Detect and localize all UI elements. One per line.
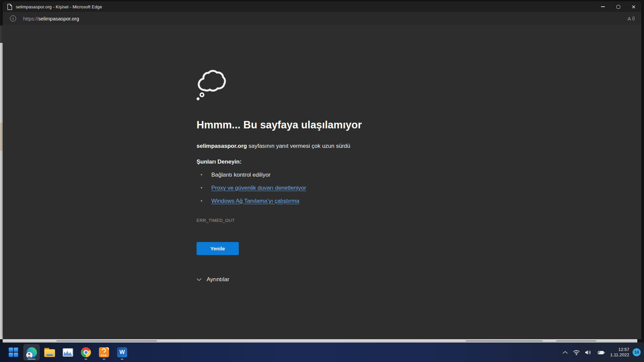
notification-badge[interactable]: 14 [633,348,641,356]
speaker-icon [585,350,592,355]
window-titlebar[interactable]: selimpasaspor.org - Kişisel - Microsoft … [3,1,641,12]
minimize-button[interactable] [595,1,610,12]
active-app-indicator [28,359,36,360]
taskbar-app-word[interactable]: W [114,344,130,360]
profile-avatar [26,352,33,358]
background-window-strip [3,339,637,343]
edge-browser-window: selimpasaspor.org - Kişisel - Microsoft … [3,1,641,339]
maximize-icon [616,5,620,9]
taskbar-app-edge[interactable] [23,344,40,360]
minimize-icon [601,6,605,7]
wifi-indicator[interactable] [571,346,582,359]
battery-charging-icon [596,350,605,355]
pdf-label: PDF [99,354,109,357]
volume-indicator[interactable] [582,346,594,359]
foxit-pdf-icon: PDF [99,347,109,357]
refresh-button[interactable]: Yenile [197,242,239,255]
suggestion-item: Bağlantı kontrol ediliyor [197,172,306,178]
file-explorer-icon [44,348,55,357]
suggestion-text: Bağlantı kontrol ediliyor [211,172,271,178]
running-app-indicator [121,359,123,360]
error-message-host: selimpasaspor.org [197,143,247,149]
details-toggle[interactable]: Ayrıntılar [197,276,229,283]
site-info-icon[interactable]: i [10,15,16,21]
url-scheme: https:// [23,16,38,21]
suggestion-item: Windows Ağ Tanılama’yı çalıştırma [197,198,306,204]
taskbar-app-foxit-pdf[interactable]: PDF [96,344,112,360]
taskbar-apps: PDF W [5,344,130,360]
suggestion-item: Proxy ve güvenlik duvarı denetleniyor [197,185,306,191]
battery-indicator[interactable] [594,346,607,359]
tray-expand-button[interactable] [560,346,571,359]
system-tray: 12:57 1.11.2022 14 [560,343,641,362]
address-bar: i https://selimpasaspor.org A [3,12,641,25]
edge-icon [26,347,37,358]
chrome-icon [81,347,91,357]
network-diagnostics-link[interactable]: Windows Ağ Tanılama’yı çalıştırma [211,198,299,204]
chevron-up-icon [562,351,568,354]
error-message-rest: sayfasının yanıt vermesi çok uzun sürdü [247,143,350,149]
windows-logo-icon [9,348,18,357]
error-heading: Hmmm... Bu sayfaya ulaşılamıyor [197,119,362,131]
url-host: selimpasaspor.org [38,16,79,21]
svg-text:A: A [628,16,631,21]
window-title: selimpasaspor.org - Kişisel - Microsoft … [16,4,102,9]
close-icon: ✕ [632,4,636,9]
taskbar-app-photos[interactable] [60,344,76,360]
background-text-smudge [556,340,596,342]
clock-date: 1.11.2022 [610,352,629,358]
maximize-button[interactable] [610,1,626,12]
url-field[interactable]: https://selimpasaspor.org [23,16,79,21]
proxy-firewall-link[interactable]: Proxy ve güvenlik duvarı denetleniyor [211,185,306,191]
error-page: Hmmm... Bu sayfaya ulaşılamıyor selimpas… [3,25,641,339]
word-icon: W [117,347,127,357]
clock-time: 12:57 [610,347,629,352]
thought-cloud-icon [197,68,227,103]
suggestions-title: Şunları Deneyin: [197,159,241,165]
taskbar-clock[interactable]: 12:57 1.11.2022 [610,347,629,358]
page-document-icon [7,4,12,10]
photos-icon [63,348,73,357]
taskbar-app-chrome[interactable] [78,344,94,360]
chevron-down-icon [197,278,202,281]
running-app-indicator [85,359,87,360]
close-button[interactable]: ✕ [626,1,641,12]
background-text-smudge [466,340,543,342]
error-code: ERR_TIMED_OUT [197,218,235,223]
taskbar: PDF W [0,343,644,362]
taskbar-app-file-explorer[interactable] [42,344,58,360]
read-aloud-icon[interactable]: A [627,15,635,22]
error-message: selimpasaspor.org sayfasının yanıt verme… [197,143,350,149]
details-label: Ayrıntılar [207,276,229,283]
start-button[interactable] [5,344,21,360]
running-app-indicator [103,359,105,360]
wifi-icon [573,350,580,355]
background-text-smudge [56,340,157,342]
suggestions-list: Bağlantı kontrol ediliyor Proxy ve güven… [197,172,306,211]
